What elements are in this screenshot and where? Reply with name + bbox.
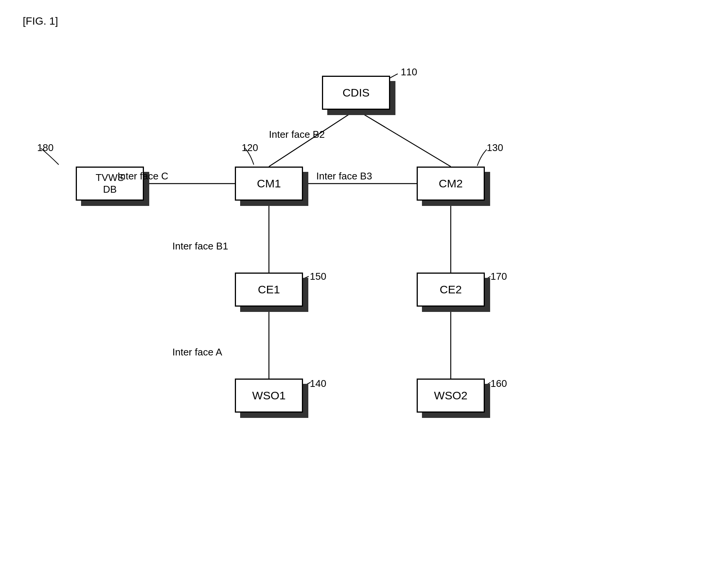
cm2-node: CM2 bbox=[417, 167, 485, 201]
figure-label: [FIG. 1] bbox=[23, 15, 58, 27]
svg-line-1 bbox=[356, 110, 451, 167]
ref-140: 140 bbox=[310, 378, 326, 390]
wso2-node: WSO2 bbox=[417, 379, 485, 413]
ref-130: 130 bbox=[487, 142, 503, 154]
wso1-node: WSO1 bbox=[235, 379, 303, 413]
interface-a-label: Inter face A bbox=[172, 346, 222, 358]
cm1-node: CM1 bbox=[235, 167, 303, 201]
interface-b2-label: Inter face B2 bbox=[269, 129, 325, 140]
ce1-node: CE1 bbox=[235, 273, 303, 307]
interface-b3-label: Inter face B3 bbox=[316, 170, 372, 182]
ref-170: 170 bbox=[491, 271, 507, 282]
interface-c-label: Inter face C bbox=[117, 170, 168, 182]
diagram: [FIG. 1] bbox=[0, 0, 728, 575]
ref-180: 180 bbox=[37, 142, 53, 154]
cdis-node: CDIS bbox=[322, 76, 390, 110]
ref-120: 120 bbox=[242, 142, 258, 154]
ref-110: 110 bbox=[401, 66, 417, 78]
ref-160: 160 bbox=[491, 378, 507, 390]
ce2-node: CE2 bbox=[417, 273, 485, 307]
interface-b1-label: Inter face B1 bbox=[172, 240, 228, 252]
ref-150: 150 bbox=[310, 271, 326, 282]
